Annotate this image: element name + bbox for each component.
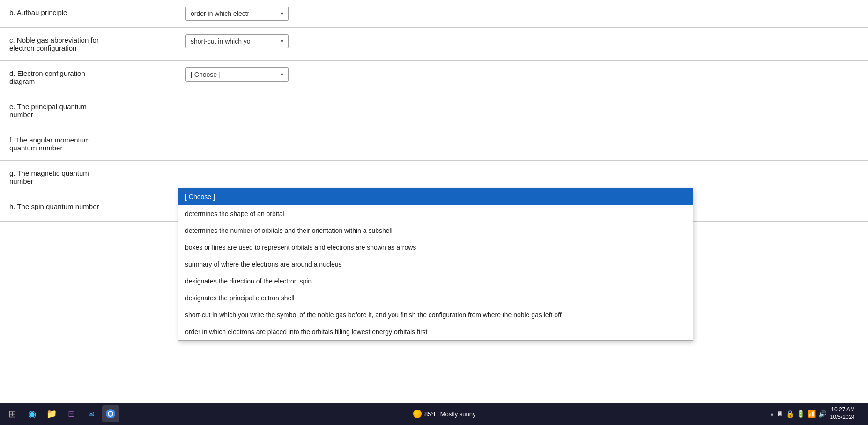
weather-temp: 85°F [424,410,438,418]
row-f: f. The angular momentumquantum number [0,127,868,161]
show-desktop-button[interactable] [861,405,864,422]
dropdown-item-8[interactable]: order in which electrons are placed into… [178,323,693,340]
dropdown-item-3[interactable]: boxes or lines are used to represent orb… [178,239,693,256]
row-e-control [178,94,868,127]
rows-efg-container: e. The principal quantumnumber f. The an… [0,94,868,194]
search-taskbar-icon[interactable]: ⊞ [4,405,21,422]
dropdown-item-1[interactable]: determines the shape of an orbital [178,205,693,222]
dropdown-item-choose[interactable]: [ Choose ] [178,188,693,205]
tray-network-icon: 🔒 [786,410,794,418]
edge-taskbar-icon[interactable]: ◉ [23,405,40,422]
row-c-select[interactable]: short-cut in which yo ▾ [185,34,289,48]
dropdown-item-2[interactable]: determines the number of orbitals and th… [178,222,693,239]
taskbar-date: 10/5/2024 [830,414,855,421]
row-b-select[interactable]: order in which electr ▾ [185,7,289,21]
chevron-down-icon: ▾ [281,38,283,45]
chevron-down-icon: ▾ [281,10,283,17]
weather-widget: 85°F Mostly sunny [413,410,475,418]
row-d-label: d. Electron configurationdiagram [0,61,178,94]
row-b-label: b. Aufbau principle [0,0,178,27]
explorer-taskbar-icon[interactable]: 📁 [43,405,60,422]
row-d: d. Electron configurationdiagram [ Choos… [0,61,868,94]
row-c-label: c. Noble gas abbreviation forelectron co… [0,28,178,60]
row-d-control: [ Choose ] ▾ [178,61,868,94]
row-f-label: f. The angular momentumquantum number [0,127,178,160]
tray-chevron[interactable]: ∧ [770,411,774,417]
weather-condition: Mostly sunny [440,410,476,418]
row-d-select[interactable]: [ Choose ] ▾ [185,67,289,82]
chrome-center [109,412,112,416]
row-g-label: g. The magnetic quantumnumber [0,161,178,194]
dropdown-item-4[interactable]: summary of where the electrons are aroun… [178,256,693,273]
row-e-label: e. The principal quantumnumber [0,94,178,127]
row-h-label: h. The spin quantum number [0,194,178,221]
time-date-block[interactable]: 10:27 AM 10/5/2024 [830,406,855,421]
row-b-control: order in which electr ▾ [178,0,868,27]
tray-battery-icon: 🔋 [797,410,805,418]
taskbar-center: 85°F Mostly sunny [122,410,767,418]
row-c: c. Noble gas abbreviation forelectron co… [0,28,868,61]
row-b: b. Aufbau principle order in which elect… [0,0,868,28]
taskbar-right: ∧ 🖥 🔒 🔋 📶 🔊 10:27 AM 10/5/2024 [770,405,864,422]
chevron-down-icon: ▾ [281,71,283,78]
row-f-control [178,127,868,160]
mail-taskbar-icon[interactable]: ✉ [82,405,99,422]
tray-monitor-icon: 🖥 [777,410,783,418]
taskbar-time: 10:27 AM [830,406,855,414]
dropdown-item-7[interactable]: short-cut in which you write the symbol … [178,306,693,323]
weather-icon [413,410,422,418]
dropdown-item-5[interactable]: designates the direction of the electron… [178,273,693,290]
row-c-control: short-cut in which yo ▾ [178,28,868,60]
row-e: e. The principal quantumnumber [0,94,868,127]
store-taskbar-icon[interactable]: ⊟ [63,405,80,422]
taskbar: ⊞ ◉ 📁 ⊟ ✉ 85°F Mostly sunny ∧ 🖥 🔒 🔋 📶 🔊 … [0,403,868,425]
tray-volume-icon: 🔊 [818,410,826,418]
tray-wifi-icon: 📶 [808,410,816,418]
chrome-taskbar-icon[interactable] [102,405,119,422]
dropdown-menu: [ Choose ] determines the shape of an or… [178,188,693,341]
system-tray: ∧ 🖥 🔒 🔋 📶 🔊 [770,410,826,418]
dropdown-item-6[interactable]: designates the principal electron shell [178,290,693,306]
